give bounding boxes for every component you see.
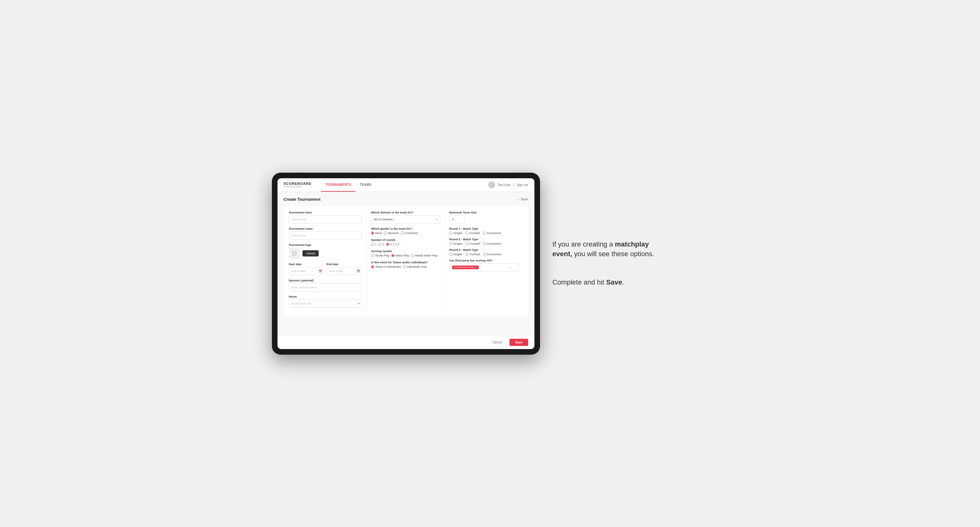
division-label: Which division is the event for? bbox=[371, 211, 440, 214]
round3-fourball[interactable]: Fourball bbox=[466, 253, 480, 256]
back-button[interactable]: ← Back bbox=[517, 198, 528, 201]
api-tag-label: Leaderboard King bbox=[454, 266, 474, 269]
user-name: Test User bbox=[498, 183, 511, 187]
tournament-host-input[interactable] bbox=[289, 215, 362, 224]
rounds-1-radio[interactable] bbox=[371, 243, 374, 246]
rounds-2-radio[interactable] bbox=[379, 243, 382, 246]
round3-foursomes[interactable]: Foursomes bbox=[483, 253, 501, 256]
round1-singles[interactable]: Singles bbox=[449, 232, 463, 235]
scoring-stroke-radio[interactable] bbox=[371, 254, 374, 257]
round3-singles-radio[interactable] bbox=[449, 253, 452, 256]
gender-womens-radio[interactable] bbox=[384, 232, 387, 235]
rounds-1[interactable]: 1 bbox=[371, 243, 377, 246]
rounds-group: Number of rounds 1 2 bbox=[371, 238, 440, 246]
round1-fourball[interactable]: Fourball bbox=[466, 232, 480, 235]
division-select[interactable]: NCAA Division I NCAA Division II NCAA Di… bbox=[371, 215, 440, 224]
round2-fourball-radio[interactable] bbox=[466, 242, 469, 245]
sign-out-link[interactable]: Sign out bbox=[517, 183, 528, 187]
api-select[interactable]: Leaderboard King × ▾ bbox=[449, 264, 519, 271]
rounds-4-radio[interactable] bbox=[393, 243, 397, 246]
api-tag: Leaderboard King × bbox=[452, 265, 479, 269]
end-date-label: End date bbox=[326, 263, 362, 266]
rounds-4[interactable]: 4 bbox=[393, 243, 399, 246]
callout-top: If you are creating a matchplay event, y… bbox=[552, 240, 659, 259]
round1-foursomes[interactable]: Foursomes bbox=[483, 232, 501, 235]
round1-singles-label: Singles bbox=[453, 232, 463, 235]
sponsor-input[interactable] bbox=[289, 283, 362, 291]
gender-womens[interactable]: Womens bbox=[384, 232, 399, 235]
scoring-stroke[interactable]: Stroke Play bbox=[371, 254, 390, 257]
separator: | bbox=[513, 183, 514, 187]
round3-singles[interactable]: Singles bbox=[449, 253, 463, 256]
teams-teams-label: Teams (+Individuals) bbox=[375, 265, 401, 268]
teams-teams[interactable]: Teams (+Individuals) bbox=[371, 265, 401, 268]
logo-area: Upload bbox=[289, 248, 362, 259]
round2-singles[interactable]: Singles bbox=[449, 242, 463, 245]
gender-mens-radio[interactable] bbox=[371, 232, 374, 235]
round3-foursomes-label: Foursomes bbox=[487, 253, 501, 256]
round1-foursomes-radio[interactable] bbox=[483, 232, 486, 235]
tournament-name-input[interactable] bbox=[289, 232, 362, 240]
round1-fourball-radio[interactable] bbox=[466, 232, 469, 235]
end-date-input[interactable] bbox=[326, 267, 362, 275]
max-team-size-input[interactable] bbox=[449, 215, 465, 224]
gender-womens-label: Womens bbox=[388, 232, 399, 235]
right-column: Maximum Team Size Round 1 - Match Type S… bbox=[445, 211, 523, 311]
bottom-bar: Cancel Save bbox=[277, 335, 535, 349]
save-button[interactable]: Save bbox=[509, 339, 528, 346]
rounds-4-label: 4 bbox=[398, 243, 399, 246]
round3-fourball-label: Fourball bbox=[469, 253, 480, 256]
start-date-group: Start date 📅 bbox=[289, 263, 324, 275]
rounds-2[interactable]: 2 bbox=[379, 243, 384, 246]
round2-singles-label: Singles bbox=[453, 242, 463, 245]
scoring-medal-label: Medal Match Play bbox=[415, 254, 438, 257]
venue-input[interactable] bbox=[289, 300, 362, 308]
middle-column: Which division is the event for? NCAA Di… bbox=[367, 211, 445, 311]
venue-label: Venue bbox=[289, 295, 362, 298]
gender-combined-radio[interactable] bbox=[401, 232, 404, 235]
gender-combined[interactable]: Combined bbox=[401, 232, 418, 235]
scoring-medal[interactable]: Medal Match Play bbox=[411, 254, 438, 257]
brand-sub: Powered by clippit bbox=[284, 186, 312, 187]
max-team-size-group: Maximum Team Size bbox=[449, 211, 519, 224]
brand-logo: SCOREBOARD Powered by clippit bbox=[284, 182, 312, 187]
tab-teams[interactable]: TEAMS bbox=[355, 178, 376, 192]
teams-individuals[interactable]: Individuals Only bbox=[403, 265, 427, 268]
round3-match-type: Round 3 - Match Type Singles Fourball bbox=[449, 248, 519, 256]
cancel-button[interactable]: Cancel bbox=[488, 339, 506, 346]
rounds-3[interactable]: 3 bbox=[386, 243, 391, 246]
round2-foursomes-radio[interactable] bbox=[483, 242, 486, 245]
page-wrapper: SCOREBOARD Powered by clippit TOURNAMENT… bbox=[272, 173, 708, 355]
round2-label: Round 2 - Match Type bbox=[449, 238, 519, 241]
teams-individuals-radio[interactable] bbox=[403, 265, 406, 268]
rounds-3-radio[interactable] bbox=[386, 243, 389, 246]
teams-group: Is this event for Teams and/or Individua… bbox=[371, 261, 440, 268]
tournament-logo-group: Tournament logo Upload bbox=[289, 243, 362, 259]
start-date-input[interactable] bbox=[289, 267, 324, 275]
round3-foursomes-radio[interactable] bbox=[483, 253, 486, 256]
round2-foursomes[interactable]: Foursomes bbox=[483, 242, 501, 245]
tab-tournaments[interactable]: TOURNAMENTS bbox=[321, 178, 355, 192]
round3-fourball-radio[interactable] bbox=[466, 253, 469, 256]
api-label: Use third-party live scoring API? bbox=[449, 259, 519, 262]
scoring-match-radio[interactable] bbox=[391, 254, 395, 257]
svg-point-1 bbox=[293, 252, 294, 253]
round2-fourball[interactable]: Fourball bbox=[466, 242, 480, 245]
nav-tabs: TOURNAMENTS TEAMS bbox=[321, 178, 376, 192]
round2-singles-radio[interactable] bbox=[449, 242, 452, 245]
scoring-medal-radio[interactable] bbox=[411, 254, 414, 257]
gender-mens[interactable]: Mens bbox=[371, 232, 382, 235]
callout-bottom: Complete and hit Save. bbox=[552, 278, 659, 287]
upload-button[interactable]: Upload bbox=[302, 250, 319, 257]
teams-teams-radio[interactable] bbox=[371, 265, 374, 268]
callout-bottom-wrapper: Complete and hit Save. bbox=[552, 278, 708, 287]
scoring-group: Scoring system Stroke Play Match Play bbox=[371, 250, 440, 257]
api-dropdown-icon: ▾ bbox=[509, 266, 511, 269]
scoring-match[interactable]: Match Play bbox=[391, 254, 409, 257]
rounds-2-label: 2 bbox=[383, 243, 384, 246]
api-tag-remove[interactable]: × bbox=[475, 266, 476, 269]
gender-combined-label: Combined bbox=[405, 232, 418, 235]
round1-singles-radio[interactable] bbox=[449, 232, 452, 235]
callout-top-wrapper: If you are creating a matchplay event, y… bbox=[552, 240, 708, 259]
start-date-label: Start date bbox=[289, 263, 324, 266]
